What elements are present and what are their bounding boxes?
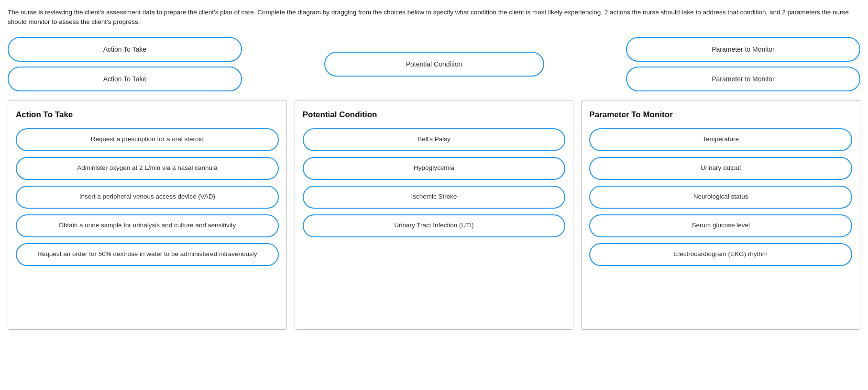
action-item-2[interactable]: Insert a peripheral venous access device… bbox=[16, 186, 279, 209]
parameter-item-3[interactable]: Serum glucose level bbox=[589, 214, 852, 237]
potential-condition-title: Potential Condition bbox=[303, 110, 566, 120]
parameter-drop-target-2[interactable]: Parameter to Monitor bbox=[626, 67, 860, 91]
action-to-take-column: Action To Take Request a prescription fo… bbox=[8, 100, 287, 330]
potential-condition-drop-zone-col: Potential Condition bbox=[324, 52, 544, 77]
columns-row: Action To Take Request a prescription fo… bbox=[8, 100, 860, 330]
action-item-3[interactable]: Obtain a urine sample for urinalysis and… bbox=[16, 214, 279, 237]
potential-condition-column: Potential Condition Bell's Palsy Hypogly… bbox=[295, 100, 574, 330]
parameter-item-0[interactable]: Temperature bbox=[589, 128, 852, 151]
action-drop-zone-col: Action To Take Action To Take bbox=[8, 37, 242, 91]
potential-condition-items: Bell's Palsy Hypoglycemia Ischemic Strok… bbox=[303, 128, 566, 237]
parameter-item-1[interactable]: Urinary output bbox=[589, 157, 852, 180]
action-to-take-items: Request a prescription for a oral steroi… bbox=[16, 128, 279, 266]
parameter-drop-zone-col: Parameter to Monitor Parameter to Monito… bbox=[626, 37, 860, 91]
potential-condition-drop-target[interactable]: Potential Condition bbox=[324, 52, 544, 77]
parameter-to-monitor-title: Parameter To Monitor bbox=[589, 110, 852, 120]
drop-zone-row: Action To Take Action To Take Potential … bbox=[8, 37, 860, 91]
action-item-4[interactable]: Request an order for 50% dextrose in wat… bbox=[16, 243, 279, 266]
parameter-item-2[interactable]: Neurological status bbox=[589, 186, 852, 209]
parameter-item-4[interactable]: Electrocardiogram (EKG) rhythm bbox=[589, 243, 852, 266]
condition-item-2[interactable]: Ischemic Stroke bbox=[303, 186, 566, 209]
action-item-1[interactable]: Administer oxygen at 2 L/min via a nasal… bbox=[16, 157, 279, 180]
parameter-to-monitor-column: Parameter To Monitor Temperature Urinary… bbox=[581, 100, 860, 330]
intro-text: The nurse is reviewing the client's asse… bbox=[8, 8, 859, 27]
condition-item-0[interactable]: Bell's Palsy bbox=[303, 128, 566, 151]
action-to-take-title: Action To Take bbox=[16, 110, 279, 120]
condition-item-3[interactable]: Urinary Tract Infection (UTI) bbox=[303, 214, 566, 237]
action-drop-target-2[interactable]: Action To Take bbox=[8, 67, 242, 91]
condition-item-1[interactable]: Hypoglycemia bbox=[303, 157, 566, 180]
parameter-to-monitor-items: Temperature Urinary output Neurological … bbox=[589, 128, 852, 266]
action-item-0[interactable]: Request a prescription for a oral steroi… bbox=[16, 128, 279, 151]
action-drop-target-1[interactable]: Action To Take bbox=[8, 37, 242, 62]
parameter-drop-target-1[interactable]: Parameter to Monitor bbox=[626, 37, 860, 62]
